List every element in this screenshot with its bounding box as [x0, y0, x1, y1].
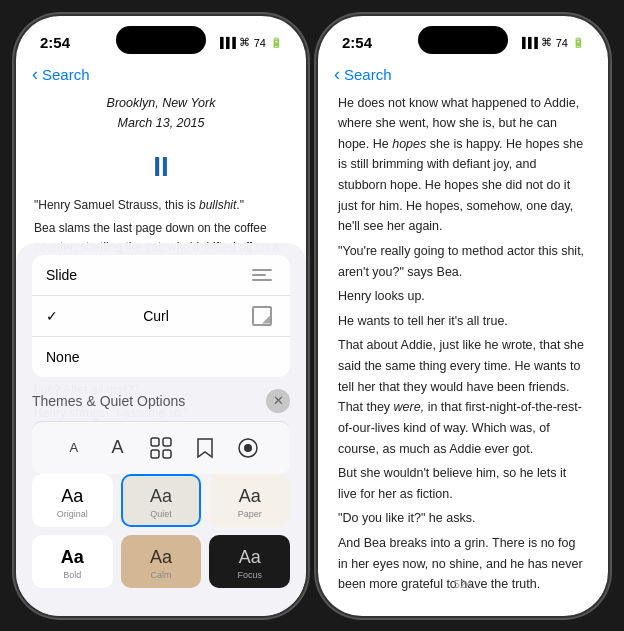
right-para-7: "Do you like it?" he asks.	[338, 508, 588, 529]
themes-header: Themes & Quiet Options ✕	[16, 385, 306, 421]
book-date: March 13, 2015	[34, 113, 288, 134]
slide-lines-icon	[248, 265, 276, 285]
theme-aa-focus: Aa	[239, 547, 261, 568]
dynamic-island	[116, 26, 206, 54]
status-icons-left: ▐▐▐ ⌘ 74 🔋	[216, 36, 282, 49]
phone-left: 2:54 ▐▐▐ ⌘ 74 🔋 ‹ Search Brooklyn, New Y…	[16, 16, 306, 616]
nav-bar-left: ‹ Search	[16, 60, 306, 93]
status-time-left: 2:54	[40, 34, 70, 51]
theme-card-calm[interactable]: Aa Calm	[121, 535, 202, 588]
theme-card-paper[interactable]: Aa Paper	[209, 474, 290, 527]
book-location: Brooklyn, New York	[34, 93, 288, 114]
battery-icon-right: 🔋	[572, 37, 584, 48]
bookmark-icon	[196, 437, 214, 459]
page-number: 524	[318, 572, 608, 596]
book-content-right: He does not know what happened to Addie,…	[318, 93, 608, 593]
chevron-left-icon-right: ‹	[334, 64, 340, 85]
slide-option-label-none: None	[46, 349, 79, 365]
svg-rect-0	[151, 438, 159, 446]
slide-option-slide[interactable]: Slide	[32, 255, 290, 296]
overlay-panel: Slide ✓ Curl	[16, 243, 306, 616]
curl-icon	[248, 306, 276, 326]
more-button[interactable]	[230, 430, 266, 466]
status-icons-right: ▐▐▐ ⌘ 74 🔋	[518, 36, 584, 49]
status-time-right: 2:54	[342, 34, 372, 51]
theme-card-bold[interactable]: Aa Bold	[32, 535, 113, 588]
back-button-left[interactable]: ‹ Search	[32, 64, 90, 85]
right-para-6: But she wouldn't believe him, so he lets…	[338, 463, 588, 504]
battery-level-right: 74	[556, 37, 568, 49]
close-button[interactable]: ✕	[266, 389, 290, 413]
themes-icon	[150, 437, 172, 459]
theme-label-bold: Bold	[63, 570, 81, 580]
theme-card-quiet[interactable]: Aa Quiet	[121, 474, 202, 527]
phone-right: 2:54 ▐▐▐ ⌘ 74 🔋 ‹ Search He does not kno…	[318, 16, 608, 616]
theme-label-original: Original	[57, 509, 88, 519]
theme-aa-quiet: Aa	[150, 486, 172, 507]
bottom-toolbar: A A	[32, 421, 290, 474]
slide-option-none[interactable]: None	[32, 337, 290, 377]
back-button-right[interactable]: ‹ Search	[334, 64, 392, 85]
chevron-left-icon: ‹	[32, 64, 38, 85]
phones-container: 2:54 ▐▐▐ ⌘ 74 🔋 ‹ Search Brooklyn, New Y…	[0, 0, 624, 631]
svg-rect-1	[163, 438, 171, 446]
battery-level-left: 74	[254, 37, 266, 49]
right-para-1: He does not know what happened to Addie,…	[338, 93, 588, 237]
right-para-5: That about Addie, just like he wrote, th…	[338, 335, 588, 459]
theme-aa-calm: Aa	[150, 547, 172, 568]
chapter-number: II	[34, 144, 288, 190]
theme-aa-original: Aa	[61, 486, 83, 507]
slide-options: Slide ✓ Curl	[32, 255, 290, 377]
theme-card-original[interactable]: Aa Original	[32, 474, 113, 527]
back-label-right: Search	[344, 66, 392, 83]
battery-icon: 🔋	[270, 37, 282, 48]
back-label-left: Search	[42, 66, 90, 83]
book-text-right: He does not know what happened to Addie,…	[338, 93, 588, 593]
bookmark-button[interactable]	[187, 430, 223, 466]
svg-point-5	[244, 444, 252, 452]
theme-aa-paper: Aa	[239, 486, 261, 507]
right-para-4: He wants to tell her it's all true.	[338, 311, 588, 332]
wifi-icon: ⌘	[239, 36, 250, 49]
book-header: Brooklyn, New York March 13, 2015	[34, 93, 288, 134]
svg-rect-2	[151, 450, 159, 458]
none-icon	[248, 347, 276, 367]
wifi-icon-right: ⌘	[541, 36, 552, 49]
slide-option-label-slide: Slide	[46, 267, 77, 283]
book-para-1: "Henry Samuel Strauss, this is bullshit.…	[34, 196, 288, 215]
font-large-button[interactable]: A	[99, 430, 135, 466]
theme-label-calm: Calm	[150, 570, 171, 580]
themes-button[interactable]	[143, 430, 179, 466]
nav-bar-right: ‹ Search	[318, 60, 608, 93]
themes-header-label: Themes & Quiet Options	[32, 393, 185, 409]
more-icon	[237, 437, 259, 459]
theme-label-quiet: Quiet	[150, 509, 172, 519]
right-para-3: Henry looks up.	[338, 286, 588, 307]
theme-label-focus: Focus	[237, 570, 262, 580]
theme-card-focus[interactable]: Aa Focus	[209, 535, 290, 588]
checkmark-icon: ✓	[46, 308, 58, 324]
font-small-button[interactable]: A	[56, 430, 92, 466]
slide-option-label-curl: Curl	[143, 308, 169, 324]
theme-aa-bold: Aa	[61, 547, 84, 568]
signal-icon: ▐▐▐	[216, 37, 234, 48]
svg-rect-3	[163, 450, 171, 458]
dynamic-island-right	[418, 26, 508, 54]
slide-option-curl[interactable]: ✓ Curl	[32, 296, 290, 337]
theme-grid: Aa Original Aa Quiet Aa Paper	[16, 474, 306, 596]
right-para-2: "You're really going to method actor thi…	[338, 241, 588, 282]
signal-icon-right: ▐▐▐	[518, 37, 536, 48]
theme-label-paper: Paper	[238, 509, 262, 519]
